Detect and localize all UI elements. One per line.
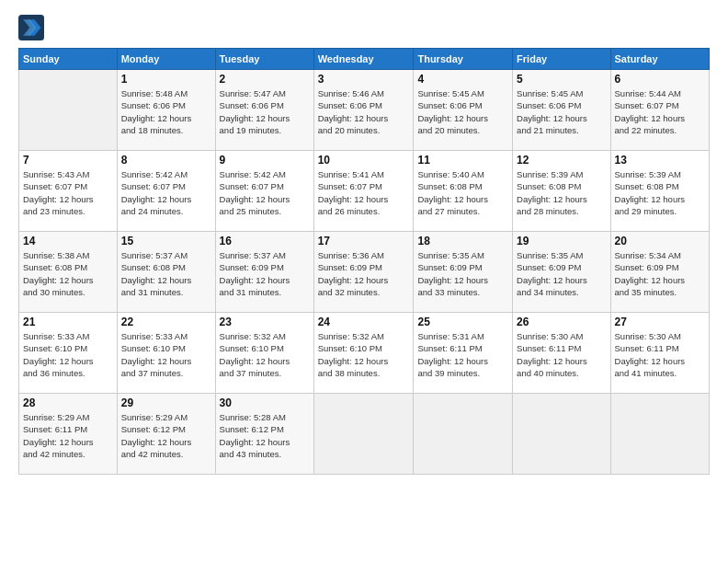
header-day: Wednesday xyxy=(313,49,414,70)
calendar-cell: 18Sunrise: 5:35 AM Sunset: 6:09 PM Dayli… xyxy=(414,232,513,313)
logo xyxy=(18,15,48,40)
day-number: 21 xyxy=(23,316,113,328)
day-info: Sunrise: 5:29 AM Sunset: 6:11 PM Dayligh… xyxy=(23,411,113,460)
calendar-cell: 7Sunrise: 5:43 AM Sunset: 6:07 PM Daylig… xyxy=(19,151,118,232)
calendar-cell: 1Sunrise: 5:48 AM Sunset: 6:06 PM Daylig… xyxy=(117,70,215,151)
day-info: Sunrise: 5:28 AM Sunset: 6:12 PM Dayligh… xyxy=(220,411,310,460)
day-number: 13 xyxy=(615,154,705,167)
day-number: 19 xyxy=(517,235,606,247)
calendar-page: SundayMondayTuesdayWednesdayThursdayFrid… xyxy=(0,0,728,563)
day-number: 17 xyxy=(318,235,410,247)
day-number: 15 xyxy=(121,235,211,247)
calendar-cell: 6Sunrise: 5:44 AM Sunset: 6:07 PM Daylig… xyxy=(610,70,709,151)
day-info: Sunrise: 5:36 AM Sunset: 6:09 PM Dayligh… xyxy=(318,249,410,298)
calendar-cell: 28Sunrise: 5:29 AM Sunset: 6:11 PM Dayli… xyxy=(19,394,118,475)
day-info: Sunrise: 5:35 AM Sunset: 6:09 PM Dayligh… xyxy=(517,249,606,298)
day-info: Sunrise: 5:46 AM Sunset: 6:06 PM Dayligh… xyxy=(318,87,410,136)
calendar-table: SundayMondayTuesdayWednesdayThursdayFrid… xyxy=(18,48,710,475)
day-info: Sunrise: 5:32 AM Sunset: 6:10 PM Dayligh… xyxy=(220,330,310,379)
calendar-cell: 4Sunrise: 5:45 AM Sunset: 6:06 PM Daylig… xyxy=(414,70,513,151)
calendar-row: 1Sunrise: 5:48 AM Sunset: 6:06 PM Daylig… xyxy=(19,70,710,151)
calendar-cell: 27Sunrise: 5:30 AM Sunset: 6:11 PM Dayli… xyxy=(610,313,709,394)
logo-icon xyxy=(18,15,44,40)
calendar-cell: 9Sunrise: 5:42 AM Sunset: 6:07 PM Daylig… xyxy=(215,151,313,232)
day-info: Sunrise: 5:39 AM Sunset: 6:08 PM Dayligh… xyxy=(517,168,606,217)
day-number: 9 xyxy=(220,154,310,167)
day-info: Sunrise: 5:45 AM Sunset: 6:06 PM Dayligh… xyxy=(517,87,606,136)
day-number: 3 xyxy=(318,73,410,86)
calendar-cell: 17Sunrise: 5:36 AM Sunset: 6:09 PM Dayli… xyxy=(313,232,414,313)
calendar-row: 28Sunrise: 5:29 AM Sunset: 6:11 PM Dayli… xyxy=(19,394,710,475)
day-number: 14 xyxy=(23,235,113,247)
day-number: 26 xyxy=(517,316,606,328)
calendar-cell xyxy=(513,394,610,475)
header-day: Sunday xyxy=(19,49,118,70)
calendar-cell: 5Sunrise: 5:45 AM Sunset: 6:06 PM Daylig… xyxy=(513,70,610,151)
day-info: Sunrise: 5:40 AM Sunset: 6:08 PM Dayligh… xyxy=(417,168,508,217)
day-number: 22 xyxy=(121,316,211,328)
calendar-cell: 24Sunrise: 5:32 AM Sunset: 6:10 PM Dayli… xyxy=(313,313,414,394)
calendar-cell: 25Sunrise: 5:31 AM Sunset: 6:11 PM Dayli… xyxy=(414,313,513,394)
calendar-cell xyxy=(19,70,118,151)
calendar-cell xyxy=(414,394,513,475)
header-row: SundayMondayTuesdayWednesdayThursdayFrid… xyxy=(19,49,710,70)
day-info: Sunrise: 5:34 AM Sunset: 6:09 PM Dayligh… xyxy=(615,249,705,298)
calendar-cell: 13Sunrise: 5:39 AM Sunset: 6:08 PM Dayli… xyxy=(610,151,709,232)
day-number: 5 xyxy=(517,73,606,86)
calendar-cell: 11Sunrise: 5:40 AM Sunset: 6:08 PM Dayli… xyxy=(414,151,513,232)
day-info: Sunrise: 5:41 AM Sunset: 6:07 PM Dayligh… xyxy=(318,168,410,217)
calendar-cell: 22Sunrise: 5:33 AM Sunset: 6:10 PM Dayli… xyxy=(117,313,215,394)
day-number: 20 xyxy=(615,235,705,247)
calendar-cell: 15Sunrise: 5:37 AM Sunset: 6:08 PM Dayli… xyxy=(117,232,215,313)
day-info: Sunrise: 5:42 AM Sunset: 6:07 PM Dayligh… xyxy=(121,168,211,217)
day-number: 25 xyxy=(417,316,508,328)
day-number: 6 xyxy=(615,73,705,86)
day-info: Sunrise: 5:38 AM Sunset: 6:08 PM Dayligh… xyxy=(23,249,113,298)
day-number: 4 xyxy=(417,73,508,86)
calendar-row: 14Sunrise: 5:38 AM Sunset: 6:08 PM Dayli… xyxy=(19,232,710,313)
header xyxy=(18,15,710,40)
day-info: Sunrise: 5:37 AM Sunset: 6:09 PM Dayligh… xyxy=(220,249,310,298)
calendar-cell: 20Sunrise: 5:34 AM Sunset: 6:09 PM Dayli… xyxy=(610,232,709,313)
calendar-row: 21Sunrise: 5:33 AM Sunset: 6:10 PM Dayli… xyxy=(19,313,710,394)
calendar-cell: 21Sunrise: 5:33 AM Sunset: 6:10 PM Dayli… xyxy=(19,313,118,394)
day-info: Sunrise: 5:43 AM Sunset: 6:07 PM Dayligh… xyxy=(23,168,113,217)
header-day: Friday xyxy=(513,49,610,70)
day-info: Sunrise: 5:42 AM Sunset: 6:07 PM Dayligh… xyxy=(220,168,310,217)
day-number: 24 xyxy=(318,316,410,328)
day-info: Sunrise: 5:47 AM Sunset: 6:06 PM Dayligh… xyxy=(220,87,310,136)
day-number: 1 xyxy=(121,73,211,86)
day-info: Sunrise: 5:31 AM Sunset: 6:11 PM Dayligh… xyxy=(417,330,508,379)
calendar-cell xyxy=(610,394,709,475)
day-info: Sunrise: 5:33 AM Sunset: 6:10 PM Dayligh… xyxy=(23,330,113,379)
calendar-cell: 8Sunrise: 5:42 AM Sunset: 6:07 PM Daylig… xyxy=(117,151,215,232)
day-info: Sunrise: 5:48 AM Sunset: 6:06 PM Dayligh… xyxy=(121,87,211,136)
calendar-cell: 26Sunrise: 5:30 AM Sunset: 6:11 PM Dayli… xyxy=(513,313,610,394)
calendar-row: 7Sunrise: 5:43 AM Sunset: 6:07 PM Daylig… xyxy=(19,151,710,232)
calendar-cell: 29Sunrise: 5:29 AM Sunset: 6:12 PM Dayli… xyxy=(117,394,215,475)
day-info: Sunrise: 5:39 AM Sunset: 6:08 PM Dayligh… xyxy=(615,168,705,217)
day-info: Sunrise: 5:32 AM Sunset: 6:10 PM Dayligh… xyxy=(318,330,410,379)
day-number: 11 xyxy=(417,154,508,167)
day-info: Sunrise: 5:33 AM Sunset: 6:10 PM Dayligh… xyxy=(121,330,211,379)
day-info: Sunrise: 5:30 AM Sunset: 6:11 PM Dayligh… xyxy=(615,330,705,379)
calendar-cell: 16Sunrise: 5:37 AM Sunset: 6:09 PM Dayli… xyxy=(215,232,313,313)
day-info: Sunrise: 5:30 AM Sunset: 6:11 PM Dayligh… xyxy=(517,330,606,379)
day-info: Sunrise: 5:44 AM Sunset: 6:07 PM Dayligh… xyxy=(615,87,705,136)
day-number: 8 xyxy=(121,154,211,167)
calendar-cell: 2Sunrise: 5:47 AM Sunset: 6:06 PM Daylig… xyxy=(215,70,313,151)
day-number: 2 xyxy=(220,73,310,86)
day-number: 23 xyxy=(220,316,310,328)
calendar-cell: 14Sunrise: 5:38 AM Sunset: 6:08 PM Dayli… xyxy=(19,232,118,313)
calendar-cell: 23Sunrise: 5:32 AM Sunset: 6:10 PM Dayli… xyxy=(215,313,313,394)
day-number: 29 xyxy=(121,396,211,409)
day-number: 28 xyxy=(23,396,113,409)
calendar-cell xyxy=(313,394,414,475)
header-day: Monday xyxy=(117,49,215,70)
day-number: 12 xyxy=(517,154,606,167)
header-day: Thursday xyxy=(414,49,513,70)
day-info: Sunrise: 5:35 AM Sunset: 6:09 PM Dayligh… xyxy=(417,249,508,298)
day-number: 7 xyxy=(23,154,113,167)
calendar-cell: 12Sunrise: 5:39 AM Sunset: 6:08 PM Dayli… xyxy=(513,151,610,232)
day-number: 18 xyxy=(417,235,508,247)
